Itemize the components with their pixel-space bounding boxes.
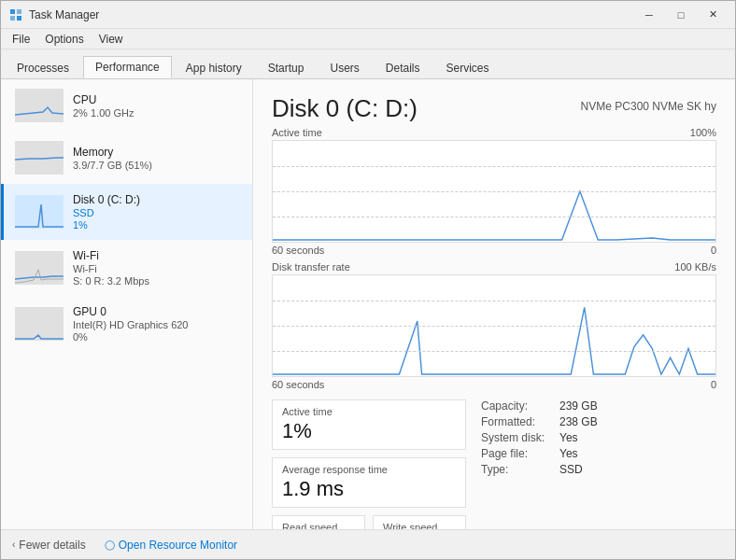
stats-left: Active time 1% Average response time 1.9… (272, 399, 466, 529)
avg-response-label: Average response time (282, 464, 456, 475)
wifi-sub1: Wi-Fi (73, 263, 237, 274)
gpu-name: GPU 0 (73, 305, 237, 318)
open-resource-monitor-link[interactable]: ◯ Open Resource Monitor (105, 539, 237, 552)
main-content: CPU 2% 1.00 GHz Memory 3.9/7.7 GB (51%) (1, 79, 735, 529)
chart1-min: 0 (711, 245, 716, 256)
active-time-chart (272, 140, 716, 243)
chart2-label-row: Disk transfer rate 100 KB/s (272, 261, 716, 273)
grid-line-3 (273, 217, 715, 217)
menu-bar: File Options View (1, 29, 735, 49)
svg-rect-0 (10, 9, 15, 14)
tab-bar: Processes Performance App history Startu… (1, 49, 735, 79)
svg-rect-3 (17, 16, 21, 21)
window-controls: ─ □ ✕ (634, 5, 728, 25)
menu-file[interactable]: File (5, 31, 37, 48)
memory-thumb (15, 141, 64, 175)
disk-name: Disk 0 (C: D:) (73, 193, 237, 206)
cpu-name: CPU (73, 93, 237, 106)
formatted-label: Formatted: (481, 415, 545, 428)
chart1-label: Active time (272, 127, 322, 138)
grid-line-1 (273, 166, 715, 167)
system-disk-label: System disk: (481, 431, 545, 444)
gpu-sub1: Intel(R) HD Graphics 620 (73, 319, 237, 330)
type-label: Type: (481, 463, 545, 476)
active-time-value: 1% (282, 419, 456, 443)
svg-rect-2 (10, 16, 15, 21)
transfer-rate-section: Disk transfer rate 100 KB/s 60 seconds 0 (272, 261, 716, 390)
chart2-min: 0 (711, 379, 716, 390)
svg-rect-1 (17, 9, 21, 14)
memory-info: Memory 3.9/7.7 GB (51%) (73, 146, 237, 171)
title-bar: Task Manager ─ □ ✕ (1, 1, 735, 29)
grid-line-6 (273, 351, 715, 352)
chart2-label: Disk transfer rate (272, 261, 350, 273)
gpu-thumb (15, 307, 64, 341)
speed-stats: Read speed 0 KB/s Write speed 717 KB/s (272, 515, 466, 529)
chart1-bottom-row: 60 seconds 0 (272, 245, 716, 256)
sidebar-item-disk[interactable]: Disk 0 (C: D:) SSD 1% (1, 184, 252, 240)
memory-name: Memory (73, 146, 237, 159)
tab-performance[interactable]: Performance (83, 56, 172, 78)
chart1-time: 60 seconds (272, 245, 324, 256)
gpu-info: GPU 0 Intel(R) HD Graphics 620 0% (73, 305, 237, 343)
cpu-thumb (15, 89, 64, 122)
disk-info: Disk 0 (C: D:) SSD 1% (73, 193, 237, 231)
tab-details[interactable]: Details (374, 57, 432, 78)
tab-startup[interactable]: Startup (256, 57, 317, 78)
task-manager-window: Task Manager ─ □ ✕ File Options View Pro… (0, 0, 736, 560)
page-file-value: Yes (559, 447, 598, 460)
open-resource-monitor-label: Open Resource Monitor (119, 539, 237, 552)
grid-line-4 (273, 301, 715, 301)
tab-services[interactable]: Services (434, 57, 502, 78)
tab-processes[interactable]: Processes (5, 57, 81, 78)
sidebar-item-wifi[interactable]: Wi-Fi Wi-Fi S: 0 R: 3.2 Mbps (1, 240, 252, 296)
wifi-name: Wi-Fi (73, 249, 237, 262)
wifi-info: Wi-Fi Wi-Fi S: 0 R: 3.2 Mbps (73, 249, 237, 287)
gpu-sub2: 0% (73, 331, 237, 343)
read-speed-label: Read speed (282, 522, 355, 529)
avg-response-value: 1.9 ms (282, 477, 456, 501)
detail-model: NVMe PC300 NVMe SK hy (581, 100, 716, 113)
active-time-stat: Active time 1% (272, 399, 466, 450)
footer: ‹ Fewer details ◯ Open Resource Monitor (1, 529, 735, 559)
formatted-value: 238 GB (559, 415, 598, 428)
grid-line-2 (273, 191, 715, 192)
capacity-value: 239 GB (559, 399, 598, 413)
page-file-label: Page file: (481, 447, 545, 460)
capacity-label: Capacity: (481, 399, 545, 413)
active-time-label: Active time (282, 406, 456, 417)
wifi-thumb (15, 251, 64, 285)
stats-area: Active time 1% Average response time 1.9… (272, 399, 716, 529)
tab-app-history[interactable]: App history (174, 57, 254, 78)
detail-header: Disk 0 (C: D:) NVMe PC300 NVMe SK hy (272, 94, 716, 123)
title-bar-left: Task Manager (8, 7, 99, 22)
close-button[interactable]: ✕ (698, 5, 728, 25)
grid-line-5 (273, 326, 715, 327)
app-icon (8, 7, 23, 22)
memory-sub: 3.9/7.7 GB (51%) (73, 160, 237, 171)
menu-options[interactable]: Options (37, 31, 91, 48)
minimize-button[interactable]: ─ (634, 5, 664, 25)
maximize-button[interactable]: □ (666, 5, 696, 25)
sidebar-item-memory[interactable]: Memory 3.9/7.7 GB (51%) (1, 132, 252, 184)
fewer-details-button[interactable]: ‹ Fewer details (12, 539, 86, 552)
disk-sub2: 1% (73, 219, 237, 231)
sidebar-item-gpu[interactable]: GPU 0 Intel(R) HD Graphics 620 0% (1, 296, 252, 352)
cpu-info: CPU 2% 1.00 GHz (73, 93, 237, 119)
sidebar-item-cpu[interactable]: CPU 2% 1.00 GHz (1, 79, 252, 132)
transfer-rate-chart (272, 274, 716, 377)
chart1-label-row: Active time 100% (272, 127, 716, 138)
system-disk-value: Yes (559, 431, 598, 444)
menu-view[interactable]: View (92, 31, 131, 48)
tab-users[interactable]: Users (318, 57, 371, 78)
window-title: Task Manager (29, 8, 99, 21)
disk-sub1: SSD (73, 207, 237, 218)
detail-title: Disk 0 (C: D:) (272, 94, 418, 123)
chevron-left-icon: ‹ (12, 539, 15, 550)
active-time-section: Active time 100% 60 seconds 0 (272, 127, 716, 256)
avg-response-stat: Average response time 1.9 ms (272, 457, 466, 508)
chart2-bottom-row: 60 seconds 0 (272, 379, 716, 390)
info-grid: Capacity: 239 GB Formatted: 238 GB Syste… (481, 399, 598, 529)
chart2-max: 100 KB/s (674, 261, 716, 273)
disk-thumb (15, 195, 64, 229)
